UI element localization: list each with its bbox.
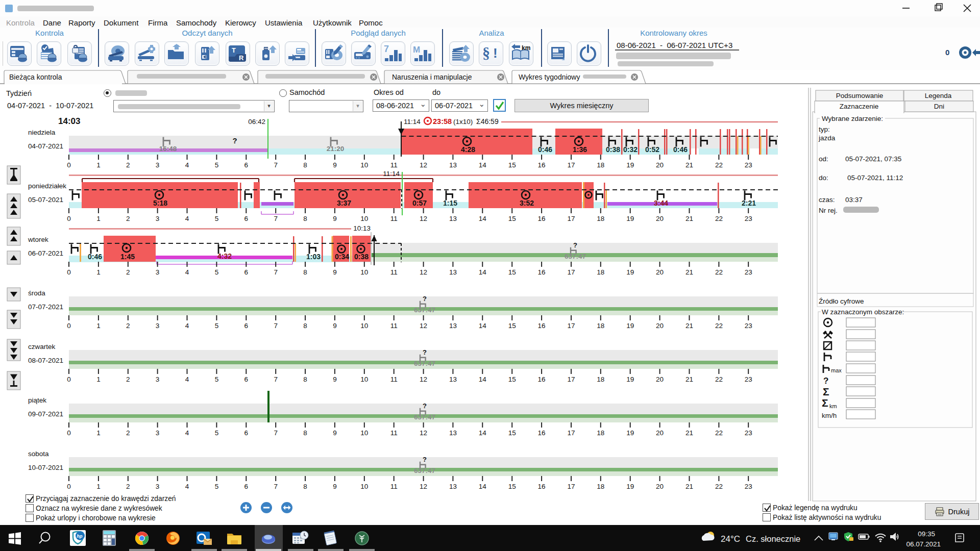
svg-text:Cz. słonecznie: Cz. słonecznie (746, 534, 800, 543)
svg-text:09:35: 09:35 (918, 530, 935, 538)
svg-text:hp: hp (77, 534, 83, 539)
svg-text:24°C: 24°C (721, 534, 740, 544)
svg-text:06.07.2021: 06.07.2021 (906, 540, 941, 548)
